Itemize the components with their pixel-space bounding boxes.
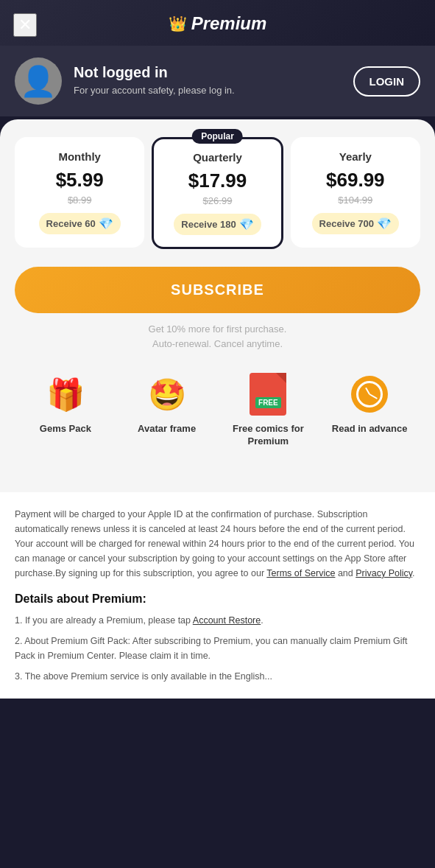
free-tag: FREE — [255, 397, 281, 408]
avatar-frame-icon: 🤩 — [144, 371, 190, 417]
feature-read-advance: Read in advance — [319, 371, 420, 448]
read-advance-icon — [347, 371, 392, 417]
login-button[interactable]: LOGIN — [353, 66, 421, 97]
clock-hand-minute — [369, 393, 378, 399]
user-info: Not logged in For your account safety, p… — [74, 64, 342, 97]
avatar-frame-label: Avatar frame — [138, 423, 196, 435]
gems-pack-label: Gems Pack — [40, 423, 91, 435]
plan-quarterly-price: $17.99 — [161, 169, 273, 192]
legal-section: Payment will be charged to your Apple ID… — [0, 492, 435, 699]
avatar: 👤 — [15, 57, 62, 105]
account-restore-link[interactable]: Account Restore — [193, 615, 261, 626]
plans-container: Monthly $5.99 $8.99 Receive 60 💎 Popular… — [15, 137, 420, 249]
plan-monthly[interactable]: Monthly $5.99 $8.99 Receive 60 💎 — [15, 137, 144, 248]
plan-yearly-gems-text: Receive 700 — [319, 218, 374, 229]
plan-quarterly-original: $26.99 — [161, 195, 273, 206]
plan-yearly-original: $104.99 — [300, 195, 411, 206]
header-title: 👑 Premium — [169, 13, 267, 34]
gem-icon-quarterly: 💎 — [239, 217, 254, 231]
plan-monthly-price: $5.99 — [24, 169, 135, 192]
popular-badge: Popular — [192, 129, 243, 144]
user-bar: 👤 Not logged in For your account safety,… — [0, 46, 435, 116]
user-description: For your account safety, please log in. — [74, 84, 342, 97]
crown-icon: 👑 — [169, 15, 187, 32]
read-advance-label: Read in advance — [332, 423, 408, 435]
plan-quarterly-gems: Receive 180 💎 — [174, 214, 261, 235]
plan-monthly-name: Monthly — [24, 150, 135, 163]
feature-avatar-frame: 🤩 Avatar frame — [116, 371, 218, 448]
plan-yearly[interactable]: Yearly $69.99 $104.99 Receive 700 💎 — [291, 137, 420, 248]
plan-monthly-original: $8.99 — [24, 195, 135, 206]
details-text: 1. If you are already a Premium, please … — [15, 613, 420, 684]
subscribe-button[interactable]: SUBSCRIBE — [15, 267, 420, 313]
plan-quarterly-name: Quarterly — [161, 151, 273, 164]
free-comics-icon: FREE — [245, 371, 291, 417]
terms-link[interactable]: Terms of Service — [266, 568, 335, 578]
privacy-link[interactable]: Privacy Policy — [356, 568, 412, 578]
plan-quarterly[interactable]: Popular Quarterly $17.99 $26.99 Receive … — [152, 137, 283, 249]
user-name: Not logged in — [74, 64, 342, 81]
free-comics-label: Free comics for Premium — [218, 423, 319, 448]
close-button[interactable]: ✕ — [13, 13, 37, 37]
gems-pack-icon: 🎁 — [43, 371, 88, 417]
plan-yearly-price: $69.99 — [300, 169, 411, 192]
feature-gems-pack: 🎁 Gems Pack — [15, 371, 116, 448]
plan-yearly-gems: Receive 700 💎 — [312, 213, 399, 234]
feature-free-comics: FREE Free comics for Premium — [218, 371, 319, 448]
gem-icon-monthly: 💎 — [99, 217, 113, 231]
plan-monthly-gems: Receive 60 💎 — [39, 213, 121, 234]
plan-quarterly-gems-text: Receive 180 — [181, 219, 236, 230]
features-row: 🎁 Gems Pack 🤩 Avatar frame FREE Free com… — [15, 371, 420, 448]
details-title: Details about Premium: — [15, 592, 420, 606]
premium-label: Premium — [191, 13, 267, 34]
avatar-icon: 👤 — [20, 64, 57, 99]
plan-monthly-gems-text: Receive 60 — [46, 218, 96, 229]
legal-text: Payment will be charged to your Apple ID… — [15, 507, 420, 581]
plan-yearly-name: Yearly — [300, 150, 411, 163]
header: ✕ 👑 Premium — [0, 0, 435, 46]
subscribe-note: Get 10% more for first purchase. Auto-re… — [15, 322, 420, 351]
gem-icon-yearly: 💎 — [377, 217, 392, 231]
main-content: Monthly $5.99 $8.99 Receive 60 💎 Popular… — [0, 119, 435, 492]
